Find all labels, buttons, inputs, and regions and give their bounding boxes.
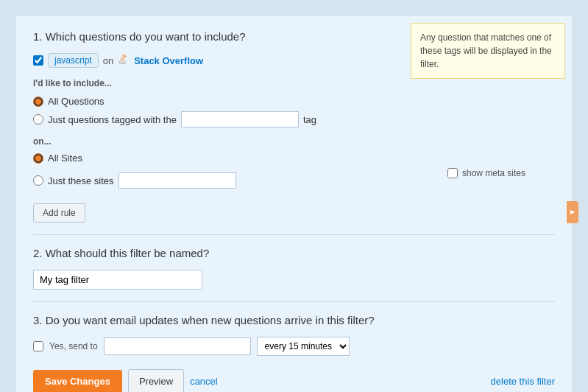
frequency-select[interactable]: every 15 minutes every 30 minutes every … xyxy=(257,337,350,356)
email-row: Yes, send to every 15 minutes every 30 m… xyxy=(33,337,555,356)
divider-1 xyxy=(33,234,555,235)
show-meta-row: show meta sites xyxy=(447,168,555,178)
tag-badge: javascript xyxy=(48,53,99,68)
radio-tagged[interactable] xyxy=(33,114,43,125)
divider-2 xyxy=(33,301,555,302)
show-meta-label: show meta sites xyxy=(462,168,525,178)
radio-just-sites[interactable] xyxy=(33,175,43,186)
on-label: on... xyxy=(33,136,555,147)
radio-row-all: All Questions xyxy=(33,96,555,107)
tag-suffix: tag xyxy=(303,114,316,125)
action-row: Save Changes Preview cancel delete this … xyxy=(33,369,555,392)
email-input[interactable] xyxy=(104,337,251,355)
site-name: Stack Overflow xyxy=(134,55,203,66)
cancel-link[interactable]: cancel xyxy=(190,376,218,387)
action-left: Save Changes Preview cancel xyxy=(33,369,218,392)
radio-all-sites[interactable] xyxy=(33,153,43,164)
section-2: 2. What should this filter be named? xyxy=(33,247,555,290)
stackoverflow-icon xyxy=(118,54,128,66)
include-label: I'd like to include... xyxy=(33,78,555,88)
radio-tagged-label: Just questions tagged with the xyxy=(48,114,177,125)
tooltip-text: Any question that matches one of these t… xyxy=(420,32,552,69)
radio-all-sites-label: All Sites xyxy=(48,153,82,164)
radio-row-all-sites: All Sites xyxy=(33,153,236,164)
section3-title: 3. Do you want email updates when new qu… xyxy=(33,314,555,326)
show-meta-checkbox[interactable] xyxy=(447,168,458,178)
main-card: Any question that matches one of these t… xyxy=(15,15,573,392)
add-rule-button[interactable]: Add rule xyxy=(33,203,85,223)
radio-all-label: All Questions xyxy=(48,96,105,107)
sites-text-input[interactable] xyxy=(118,172,236,189)
email-checkbox[interactable] xyxy=(33,341,43,351)
filter-name-input[interactable] xyxy=(33,270,202,290)
radio-just-sites-label: Just these sites xyxy=(48,175,114,186)
save-button[interactable]: Save Changes xyxy=(33,370,122,392)
section-3: 3. Do you want email updates when new qu… xyxy=(33,314,555,356)
tooltip-box: Any question that matches one of these t… xyxy=(411,23,565,79)
radio-row-just-sites: Just these sites xyxy=(33,172,236,189)
section2-title: 2. What should this filter be named? xyxy=(33,247,555,259)
radio-all-questions[interactable] xyxy=(33,97,43,107)
right-handle[interactable] xyxy=(567,201,578,223)
sites-left: All Sites Just these sites xyxy=(33,153,236,193)
preview-button[interactable]: Preview xyxy=(128,369,184,392)
sites-row: All Sites Just these sites show meta sit… xyxy=(33,153,555,193)
tag-text-input[interactable] xyxy=(181,111,299,127)
delete-filter-link[interactable]: delete this filter xyxy=(491,376,555,387)
on-text: on xyxy=(103,55,113,66)
email-send-label: Yes, send to xyxy=(49,341,98,351)
radio-row-tagged: Just questions tagged with the tag xyxy=(33,111,555,127)
tag-checkbox[interactable] xyxy=(33,55,43,66)
question-type-radio-group: All Questions Just questions tagged with… xyxy=(33,96,555,127)
